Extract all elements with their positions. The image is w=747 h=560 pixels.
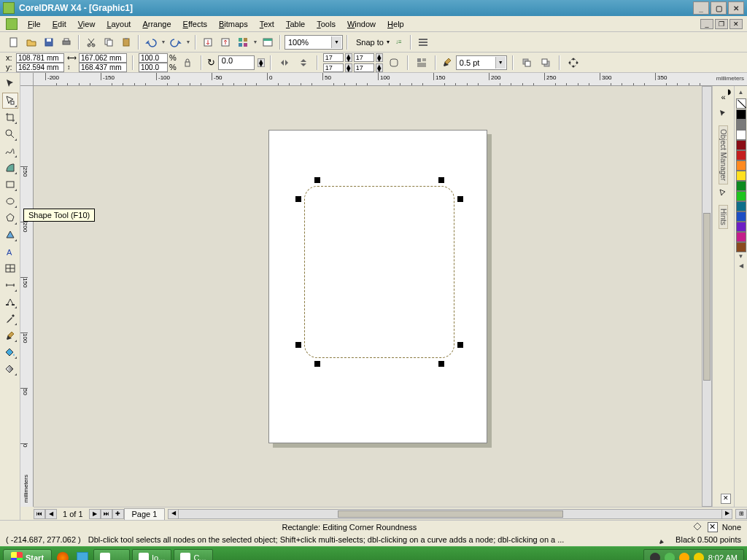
system-tray[interactable]: 8:02 AM (643, 549, 744, 561)
scale-y-input[interactable]: 100.0 (139, 63, 168, 72)
copy-button[interactable] (101, 34, 117, 50)
quicklaunch-desktop[interactable] (74, 550, 91, 561)
pick-tool[interactable] (2, 76, 18, 92)
save-button[interactable] (41, 34, 57, 50)
menu-file[interactable]: File (22, 18, 47, 31)
dimension-tool[interactable] (2, 277, 18, 293)
maximize-button[interactable]: ▢ (711, 1, 727, 15)
rectangle-tool[interactable] (2, 176, 18, 192)
node-handle[interactable] (457, 196, 463, 202)
fill-tool[interactable] (2, 344, 18, 360)
color-swatch[interactable] (736, 171, 746, 181)
interactive-fill-tool[interactable] (2, 361, 18, 377)
undo-button[interactable] (143, 34, 159, 50)
vertical-ruler[interactable]: millimeters250200150100500 (20, 86, 34, 507)
menu-edit[interactable]: Edit (47, 18, 72, 31)
color-swatch[interactable] (736, 242, 746, 252)
mirror-vertical-button[interactable] (295, 55, 311, 71)
taskbar-button[interactable]: Io... (132, 549, 171, 561)
rotation-spinner[interactable]: ▴▾ (258, 58, 265, 67)
color-swatch[interactable] (736, 222, 746, 232)
print-button[interactable] (58, 34, 74, 50)
import-button[interactable] (200, 34, 216, 50)
node-handle[interactable] (457, 342, 463, 348)
outline-width-combo[interactable]: 0.5 pt▼ (456, 55, 507, 70)
app-launcher-button[interactable] (235, 34, 251, 50)
cut-button[interactable] (83, 34, 99, 50)
taskbar-button[interactable]: C... (174, 549, 212, 561)
horizontal-ruler[interactable]: millimeters-200-150-100-5005010015020025… (34, 73, 747, 86)
node-handle[interactable] (438, 177, 444, 183)
color-swatch[interactable] (736, 191, 746, 201)
page-tab[interactable]: Page 1 (124, 508, 166, 520)
table-tool[interactable] (2, 260, 18, 276)
export-button[interactable] (217, 34, 233, 50)
redo-dropdown[interactable]: ▼ (185, 34, 191, 50)
object-manager-tab[interactable]: Object Manager (719, 125, 728, 184)
corner-br-input[interactable]: 17 (354, 63, 374, 72)
hints-tab[interactable]: Hints (719, 205, 728, 229)
menu-layout[interactable]: Layout (101, 18, 136, 31)
menu-view[interactable]: View (72, 18, 101, 31)
new-button[interactable] (6, 34, 22, 50)
tray-icon[interactable] (665, 553, 675, 561)
width-input[interactable]: 167.062 mm (79, 53, 127, 63)
menu-arrange[interactable]: Arrange (136, 18, 177, 31)
add-page-button[interactable]: ✚ (112, 509, 124, 519)
color-swatch[interactable] (736, 160, 746, 171)
horizontal-scrollbar[interactable]: ◀▶ (168, 509, 732, 519)
close-button[interactable]: ✕ (728, 1, 744, 15)
menu-tools[interactable]: Tools (311, 18, 341, 31)
mdi-close-button[interactable]: ✕ (729, 19, 743, 29)
convert-to-curves-button[interactable] (565, 55, 581, 71)
last-page-button[interactable]: ⏭ (101, 509, 112, 519)
outline-tool[interactable] (2, 327, 18, 343)
vertical-scrollbar[interactable] (702, 86, 712, 507)
redo-button[interactable] (168, 34, 184, 50)
node-handle[interactable] (314, 361, 320, 367)
next-page-button[interactable]: ▶ (89, 509, 101, 519)
scale-x-input[interactable]: 100.0 (139, 53, 168, 63)
mirror-horizontal-button[interactable] (276, 55, 293, 71)
prev-page-button[interactable]: ◀ (45, 509, 57, 519)
palette-flyout-button[interactable]: ◀ (736, 262, 746, 271)
corner-tl-input[interactable]: 17 (323, 53, 344, 62)
color-swatch[interactable] (736, 181, 746, 191)
menu-effects[interactable]: Effects (177, 18, 213, 31)
x-position-input[interactable]: 108.781 mm (16, 53, 64, 63)
menu-bitmaps[interactable]: Bitmaps (213, 18, 254, 31)
selected-rectangle[interactable] (297, 179, 462, 365)
mdi-restore-button[interactable]: ❐ (715, 19, 728, 29)
menu-window[interactable]: Window (341, 18, 382, 31)
eyedropper-tool[interactable] (2, 311, 18, 327)
taskbar-button[interactable] (93, 549, 130, 561)
node-handle[interactable] (295, 196, 301, 202)
shape-tool[interactable] (2, 93, 18, 109)
polygon-tool[interactable] (2, 210, 18, 226)
navigator-button[interactable]: ⊞ (735, 509, 747, 519)
color-swatch[interactable] (736, 150, 746, 160)
palette-up-button[interactable]: ▲ (736, 89, 746, 98)
corner-tr-input[interactable]: 17 (354, 53, 374, 62)
y-position-input[interactable]: 162.594 mm (16, 63, 64, 72)
undo-dropdown[interactable]: ▼ (160, 34, 166, 50)
app-launcher-dropdown[interactable]: ▼ (252, 34, 258, 50)
fill-indicator[interactable] (708, 522, 718, 532)
crop-tool[interactable] (2, 109, 18, 125)
mdi-minimize-button[interactable]: _ (700, 19, 713, 29)
interactive-tool[interactable] (2, 294, 18, 310)
color-swatch[interactable] (736, 109, 746, 120)
paste-button[interactable] (118, 34, 134, 50)
color-swatch[interactable] (736, 201, 746, 211)
text-tool[interactable]: A (2, 244, 18, 260)
color-swatch[interactable] (736, 120, 746, 130)
height-input[interactable]: 168.437 mm (79, 63, 127, 72)
minimize-button[interactable]: _ (693, 1, 709, 15)
flyout-icon[interactable]: ◗ (727, 88, 731, 96)
docker-pick-icon[interactable] (716, 106, 732, 122)
to-front-button[interactable] (519, 55, 535, 71)
color-swatch[interactable] (736, 140, 746, 150)
node-handle[interactable] (314, 177, 320, 183)
open-button[interactable] (23, 34, 39, 50)
ellipse-tool[interactable] (2, 193, 18, 209)
